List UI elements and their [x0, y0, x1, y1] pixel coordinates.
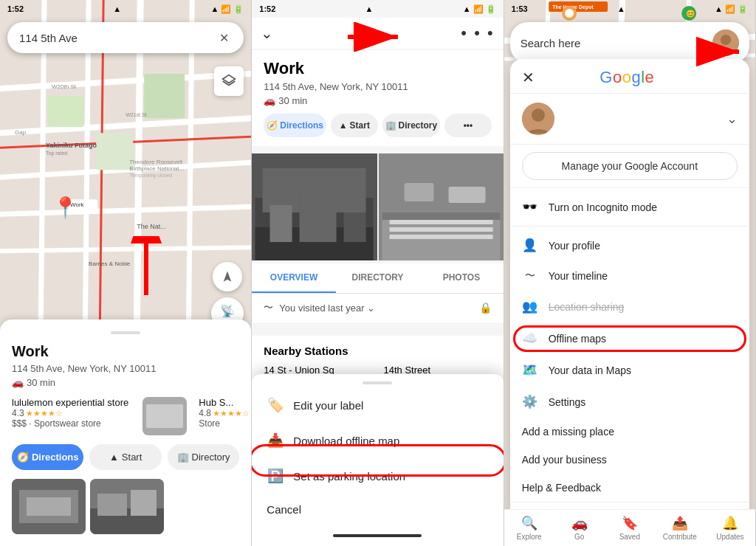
details-place-card: Work 114 5th Ave, New York, NY 10011 🚗 3… [252, 50, 503, 146]
directory-button-p1[interactable]: 🏢 Directory [168, 444, 239, 470]
nav-go[interactable]: 🚗 Go [554, 510, 605, 546]
det-more-button[interactable]: ••• [444, 114, 491, 137]
close-button-p1[interactable]: ✕ [216, 30, 232, 46]
det-place-time: 🚗 30 min [264, 95, 491, 106]
go-icon: 🚗 [571, 515, 588, 531]
saved-label: Saved [619, 533, 640, 541]
updates-icon: 🔔 [722, 515, 738, 531]
directory-icon: 🏢 [177, 452, 189, 463]
data-label: Your data in Maps [549, 364, 631, 376]
chevron-down-icon[interactable]: ⌄ [261, 24, 273, 42]
manage-account-button[interactable]: Manage your Google Account [522, 152, 738, 180]
photo-1[interactable] [12, 479, 86, 534]
menu-item-data[interactable]: 🗺️ Your data in Maps [510, 354, 749, 386]
svg-rect-60 [389, 227, 492, 232]
det-directory-button[interactable]: 🏢 Directory [382, 114, 441, 137]
directions-icon: 🧭 [17, 452, 29, 463]
details-tabs: OVERVIEW DIRECTORY PHOTOS [252, 263, 503, 294]
search-bar-p1[interactable]: 114 5th Ave ✕ [7, 22, 244, 53]
svg-rect-58 [448, 187, 485, 203]
location-icon-p3: ▲ [617, 4, 625, 13]
wifi-icon-p3: 📶 [725, 4, 735, 14]
cancel-text: Cancel [267, 503, 301, 516]
menu-item-parking[interactable]: 🅿️ Set as parking location [252, 458, 503, 494]
photo-left[interactable] [252, 153, 377, 260]
menu-item-add-business[interactable]: Add your business [510, 446, 749, 474]
nav-explore[interactable]: 🔍 Explore [504, 510, 554, 546]
status-bar-p2: 1:52 ▲ ▲ 📶 🔋 [252, 0, 503, 18]
map-layers-button[interactable] [214, 66, 244, 96]
menu-item-timeline[interactable]: 〜 Your timeline [510, 261, 749, 291]
menu-item-settings[interactable]: ⚙️ Settings [510, 386, 749, 418]
nav-updates[interactable]: 🔔 Updates [705, 510, 755, 546]
det-start-button[interactable]: ▲ Start [331, 114, 377, 137]
svg-text:W20th St: W20th St [52, 83, 77, 90]
profile-label: Your profile [549, 240, 600, 252]
location-icon-p2: ▲ [365, 4, 374, 13]
nav-contribute[interactable]: 📤 Contribute [655, 510, 705, 546]
timeline-label: Your timeline [549, 270, 608, 282]
tab-overview[interactable]: OVERVIEW [252, 263, 335, 293]
menu-item-download[interactable]: 📥 Download offline map [252, 423, 503, 458]
photo-strip-p1 [12, 479, 239, 534]
search-bar-p3[interactable]: Search here [510, 22, 749, 63]
start-icon: ▲ [109, 452, 119, 463]
svg-rect-39 [27, 497, 71, 516]
photo-2[interactable] [90, 479, 164, 534]
data-icon: 🗺️ [522, 362, 538, 378]
store-rating: 4.3 ★★★★☆ [12, 408, 135, 418]
more-options-button[interactable]: • • • [461, 24, 494, 43]
incognito-icon: 🕶️ [522, 199, 538, 215]
hub-rating: 4.8 ★★★★☆ [199, 408, 239, 418]
wifi-icon: 📶 [221, 4, 231, 14]
nav-saved[interactable]: 🔖 Saved [605, 510, 655, 546]
status-bar-p1: 1:52 ▲ ▲ 📶 🔋 [0, 0, 251, 18]
photo-right[interactable] [379, 153, 504, 260]
battery-icon-p3: 🔋 [738, 4, 748, 14]
contribute-label: Contribute [663, 533, 697, 541]
menu-item-edit-label[interactable]: 🏷️ Edit your label [252, 387, 503, 423]
svg-rect-13 [144, 74, 185, 118]
stars: ★★★★☆ [26, 409, 63, 418]
menu-item-incognito[interactable]: 🕶️ Turn on Incognito mode [510, 191, 749, 223]
start-button-p1[interactable]: ▲ Start [89, 444, 161, 470]
user-avatar-p3[interactable] [712, 30, 739, 56]
search-text-p1: 114 5th Ave [19, 32, 78, 44]
battery-icon-p2: 🔋 [486, 4, 496, 14]
hub-name: Hub S... [199, 397, 239, 408]
menu-item-cancel[interactable]: Cancel [252, 494, 503, 525]
directions-button-p1[interactable]: 🧭 Directions [12, 444, 83, 470]
svg-rect-14 [96, 133, 133, 170]
location-icon: ▲ [113, 4, 121, 13]
det-directions-button[interactable]: 🧭 Directions [264, 114, 326, 137]
menu-drag-handle[interactable] [362, 381, 392, 384]
visited-text: You visited last year ⌄ [279, 303, 375, 314]
menu-item-add-place[interactable]: Add a missing place [510, 418, 749, 446]
edit-label-text: Edit your label [293, 399, 363, 412]
live-icon: 📡 [220, 304, 235, 318]
hub-type: Store [199, 418, 239, 429]
tab-directory[interactable]: DIRECTORY [336, 263, 419, 293]
account-modal: ✕ Google ⌄ Manage your Google Account 🕶️ [510, 59, 749, 528]
location-sharing-icon: 👥 [522, 299, 538, 314]
svg-text:Top rated: Top rated [46, 151, 67, 156]
add-business-label: Add your business [522, 454, 607, 466]
location-pin: 📍 [52, 196, 78, 220]
modal-close-button[interactable]: ✕ [522, 69, 535, 86]
visited-left: 〜 You visited last year ⌄ [264, 301, 375, 314]
status-icons-p2: ▲ 📶 🔋 [463, 4, 496, 14]
updates-label: Updates [716, 533, 743, 541]
tab-photos[interactable]: PHOTOS [419, 263, 503, 293]
menu-item-help[interactable]: Help & Feedback [510, 474, 749, 502]
menu-item-profile[interactable]: 👤 Your profile [510, 229, 749, 261]
drag-handle[interactable] [111, 331, 140, 334]
time-p2: 1:52 [259, 4, 275, 13]
svg-rect-43 [131, 490, 157, 516]
modal-user-avatar [522, 103, 554, 135]
menu-item-location-sharing[interactable]: 👥 Location sharing [510, 291, 749, 322]
menu-item-offline-maps[interactable]: ☁️ Offline maps [510, 322, 749, 354]
bottom-place-card: Work 114 5th Ave, New York, NY 10011 🚗 3… [0, 319, 251, 546]
svg-point-79 [532, 108, 545, 122]
modal-user-row[interactable]: ⌄ [510, 94, 749, 145]
photo-pair [252, 153, 503, 260]
